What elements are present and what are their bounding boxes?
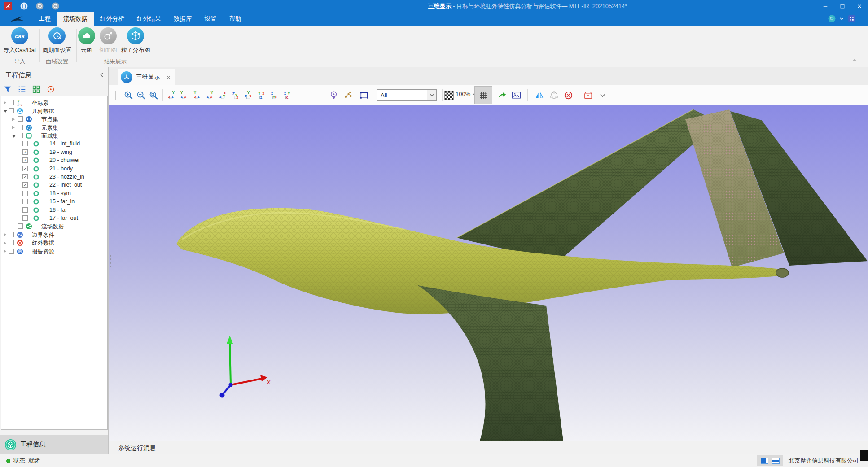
- tree-checkbox[interactable]: ✓: [22, 182, 28, 188]
- tree-checkbox[interactable]: [22, 215, 28, 221]
- tree-checkbox[interactable]: [22, 191, 28, 196]
- tree-row[interactable]: 15 - far_in: [1, 198, 107, 206]
- tree-checkbox[interactable]: ✓: [22, 166, 28, 171]
- close-icon[interactable]: [851, 0, 868, 12]
- link-circle-icon[interactable]: [548, 89, 560, 101]
- grid4-icon[interactable]: [31, 84, 42, 95]
- tree-row[interactable]: 16 - far: [1, 206, 107, 214]
- tree-expander-icon[interactable]: [4, 110, 7, 113]
- tree-expander-icon[interactable]: [4, 233, 6, 236]
- tree-item-label[interactable]: 边界条件: [32, 231, 54, 239]
- new-doc-icon[interactable]: [20, 2, 28, 10]
- style-panel-icon[interactable]: [848, 15, 855, 22]
- tree-item-label[interactable]: 17 - far_out: [49, 215, 78, 221]
- undo-icon[interactable]: [36, 2, 44, 10]
- tree-item-label[interactable]: 元素集: [41, 124, 58, 132]
- view-iso1-icon[interactable]: zxY: [243, 89, 255, 101]
- ribbon-button-粒子分布图[interactable]: 粒子分布图: [114, 27, 157, 54]
- snapshot-icon[interactable]: [510, 89, 522, 101]
- tab-3d-view[interactable]: 三维显示: [118, 69, 175, 85]
- tree-expander-icon[interactable]: [12, 135, 16, 138]
- tree-expander-icon[interactable]: [4, 241, 6, 245]
- tree-item-label[interactable]: 14 - int_fluid: [49, 140, 80, 147]
- tree-item-label[interactable]: 18 - sym: [49, 190, 71, 196]
- tree-checkbox[interactable]: ✓: [22, 149, 28, 155]
- tree-checkbox[interactable]: [9, 108, 14, 113]
- menu-item-工程[interactable]: 工程: [32, 12, 57, 26]
- tree-row[interactable]: ✓23 - nozzle_in: [1, 173, 107, 181]
- tree-expander-icon[interactable]: [4, 249, 6, 253]
- tree-expander-icon[interactable]: [4, 101, 6, 105]
- menu-item-红外结果[interactable]: 红外结果: [131, 12, 167, 26]
- tree-row[interactable]: ✓19 - wing: [1, 148, 107, 156]
- tree-checkbox[interactable]: [18, 133, 23, 138]
- tree-row[interactable]: 18 - sym: [1, 189, 107, 197]
- view-iso4-icon[interactable]: zyx: [282, 89, 294, 101]
- view-top-icon[interactable]: zYx: [217, 89, 229, 101]
- panel-collapse-icon[interactable]: [98, 71, 105, 79]
- tree-checkbox[interactable]: [22, 207, 28, 213]
- tree-checkbox[interactable]: ✓: [22, 174, 28, 179]
- zoom-level-control[interactable]: 100%: [456, 91, 476, 97]
- tree-item-label[interactable]: 22 - inlet_out: [49, 182, 82, 188]
- menu-item-帮助[interactable]: 帮助: [223, 12, 248, 26]
- redo-icon[interactable]: [52, 2, 59, 10]
- menu-item-设置[interactable]: 设置: [198, 12, 223, 26]
- sync-circle-icon[interactable]: [828, 15, 836, 22]
- combo-dropdown-icon[interactable]: [427, 90, 436, 100]
- view-iso2-icon[interactable]: Yxz: [256, 89, 268, 101]
- tree-item-label[interactable]: 坐标系: [32, 100, 49, 107]
- tree-item-label[interactable]: 15 - far_in: [49, 198, 75, 205]
- tree-expander-icon[interactable]: [12, 118, 15, 121]
- tree-row[interactable]: Yzx坐标系: [1, 99, 107, 107]
- tree-item-label[interactable]: 节点集: [41, 116, 58, 123]
- layout-view-icon[interactable]: [772, 458, 780, 464]
- tree-checkbox[interactable]: [18, 116, 23, 122]
- tree-item-label[interactable]: 流场数据: [41, 223, 64, 231]
- particles-icon[interactable]: [342, 89, 354, 101]
- tree-item-label[interactable]: 21 - body: [49, 166, 73, 172]
- target-icon[interactable]: [45, 84, 57, 95]
- tree-checkbox[interactable]: [18, 125, 23, 130]
- menu-item-数据库[interactable]: 数据库: [167, 12, 198, 26]
- cancel-icon[interactable]: [562, 89, 574, 101]
- tab-close-icon[interactable]: [166, 74, 171, 80]
- ribbon-collapse-icon[interactable]: [851, 57, 858, 64]
- tree-checkbox[interactable]: [9, 240, 14, 245]
- tree-row[interactable]: ✓21 - body: [1, 165, 107, 173]
- project-info-bottom-button[interactable]: 工程信息: [0, 435, 108, 454]
- caret-gray-icon[interactable]: [596, 89, 608, 101]
- outline-list-icon[interactable]: [16, 84, 28, 95]
- tree-row[interactable]: 流场数据: [1, 223, 107, 231]
- zoom-out-icon[interactable]: [135, 89, 147, 101]
- tree-checkbox[interactable]: [9, 249, 14, 254]
- select-box-icon[interactable]: [358, 89, 370, 101]
- tree-checkbox[interactable]: [9, 232, 14, 237]
- minimize-icon[interactable]: [817, 0, 834, 12]
- tree-item-label[interactable]: 几何数据: [32, 108, 54, 115]
- menu-item-红外分析[interactable]: 红外分析: [94, 12, 131, 26]
- tree-checkbox[interactable]: [9, 100, 14, 105]
- share-arrow-icon[interactable]: [496, 89, 508, 101]
- tree-row[interactable]: 节点集: [1, 115, 107, 123]
- tree-item-label[interactable]: 19 - wing: [49, 149, 72, 155]
- tree-expander-icon[interactable]: [12, 126, 15, 129]
- tree-item-label[interactable]: 23 - nozzle_in: [49, 174, 84, 180]
- tree-row[interactable]: ✓22 - inlet_out: [1, 181, 107, 189]
- view-right-icon[interactable]: zxY: [204, 89, 216, 101]
- tree-item-label[interactable]: 报告资源: [32, 248, 54, 256]
- split-view-icon[interactable]: [761, 458, 768, 464]
- view-bottom-icon[interactable]: ZYx: [230, 89, 242, 101]
- probe-lamp-icon[interactable]: [328, 89, 339, 101]
- tree-item-label[interactable]: 红外数据: [32, 240, 54, 247]
- tree-item-label[interactable]: 20 - chuiwei: [49, 157, 79, 163]
- tree-row[interactable]: 红外数据: [1, 239, 107, 247]
- checkerboard-icon[interactable]: [443, 89, 455, 101]
- tree-row[interactable]: ✓20 - chuiwei: [1, 157, 107, 165]
- mesh-grid-toggle[interactable]: [474, 86, 492, 104]
- view-back-icon[interactable]: zxY: [179, 89, 190, 101]
- view-left-icon[interactable]: xzY: [192, 89, 203, 101]
- tree-row[interactable]: 边界条件: [1, 231, 107, 239]
- maximize-icon[interactable]: [834, 0, 851, 12]
- tree-row[interactable]: 元素集: [1, 123, 107, 131]
